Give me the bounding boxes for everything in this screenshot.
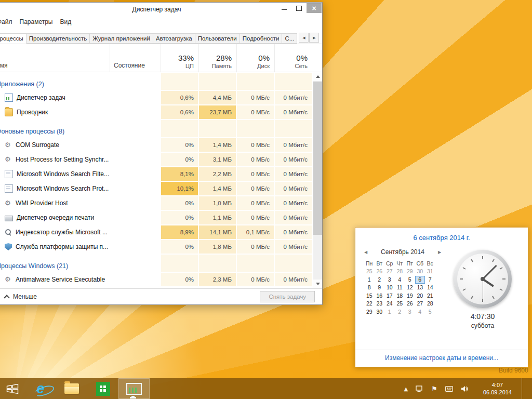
month-label[interactable]: Сентябрь 2014 xyxy=(370,248,435,256)
calendar-day[interactable]: 27 xyxy=(415,300,425,308)
show-hidden-icons-button[interactable]: ▲ xyxy=(404,386,408,392)
process-row[interactable]: Диспетчер очереди печати0%1,1 МБ0 МБ/с0 … xyxy=(0,210,313,225)
process-group-row[interactable]: Фоновые процессы (8) xyxy=(0,119,313,138)
calendar-day[interactable]: 11 xyxy=(395,284,405,292)
calendar-day[interactable]: 27 xyxy=(384,268,395,276)
calendar-day[interactable]: 8 xyxy=(364,284,375,292)
column-header-name[interactable]: Имя xyxy=(0,44,110,72)
process-row[interactable]: Host Process for Setting Synchr...0%3,1 … xyxy=(0,152,313,167)
column-header-memory[interactable]: 28% Память xyxy=(198,44,236,72)
taskbar-clock[interactable]: 4:07 06.09.2014 xyxy=(483,381,512,396)
calendar-day[interactable]: 10 xyxy=(384,284,395,292)
calendar-day[interactable]: 29 xyxy=(405,268,415,276)
calendar-day[interactable]: 3 xyxy=(384,276,395,284)
calendar-day[interactable]: 13 xyxy=(415,284,425,292)
show-desktop-button[interactable] xyxy=(522,378,525,399)
calendar-day[interactable]: 24 xyxy=(384,300,395,308)
calendar-day[interactable]: 4 xyxy=(415,308,425,316)
calendar-day[interactable]: 5 xyxy=(405,276,415,284)
calendar-day[interactable]: 4 xyxy=(395,276,405,284)
calendar-day[interactable]: 29 xyxy=(364,308,375,316)
column-header-cpu[interactable]: 33% ЦП xyxy=(161,44,198,72)
calendar-day[interactable]: 21 xyxy=(425,292,435,300)
process-row[interactable]: COM Surrogate0%1,4 МБ0 МБ/с0 Мбит/с xyxy=(0,138,313,152)
process-row[interactable]: Antimalware Service Executable0%2,3 МБ0 … xyxy=(0,272,313,287)
tab-startup[interactable]: Автозагрузка xyxy=(153,33,195,44)
network-tray-icon[interactable] xyxy=(416,385,423,392)
calendar-day[interactable]: 1 xyxy=(384,308,395,316)
calendar-day[interactable]: 28 xyxy=(425,300,435,308)
minimize-button[interactable] xyxy=(276,3,291,13)
calendar-day[interactable]: 30 xyxy=(415,268,425,276)
calendar-day[interactable]: 23 xyxy=(375,300,385,308)
start-button[interactable] xyxy=(0,378,25,399)
calendar-day[interactable]: 14 xyxy=(425,284,435,292)
process-row[interactable]: Microsoft Windows Search Prot...10,1%1,4… xyxy=(0,181,313,196)
column-header-status[interactable]: Состояние xyxy=(110,44,161,72)
column-header-disk[interactable]: 0% Диск xyxy=(236,44,274,72)
close-button[interactable] xyxy=(307,3,322,13)
calendar-day[interactable]: 9 xyxy=(375,284,385,292)
calendar-day[interactable]: 28 xyxy=(395,268,405,276)
input-indicator-button[interactable] xyxy=(445,386,453,392)
vertical-scrollbar[interactable] xyxy=(313,72,322,288)
calendar-day[interactable]: 25 xyxy=(364,268,375,276)
calendar-day[interactable]: 18 xyxy=(395,292,405,300)
process-group-row[interactable]: Процессы Windows (21) xyxy=(0,254,313,272)
prev-month-button[interactable]: ◀ xyxy=(362,250,370,255)
calendar-day[interactable]: 12 xyxy=(405,284,415,292)
tab-performance[interactable]: Производительность xyxy=(26,33,90,44)
calendar-day[interactable]: 3 xyxy=(405,308,415,316)
calendar-day[interactable]: 15 xyxy=(364,292,375,300)
taskbar-file-explorer[interactable] xyxy=(56,378,87,399)
calendar-day[interactable]: 19 xyxy=(405,292,415,300)
scroll-down-button[interactable] xyxy=(313,280,322,288)
tab-scroll-left-button[interactable]: ◀ xyxy=(299,33,309,43)
tab-users[interactable]: Пользователи xyxy=(195,33,240,44)
tab-details[interactable]: Подробности xyxy=(240,33,283,44)
calendar-day-selected[interactable]: 6 xyxy=(415,276,425,284)
process-row[interactable]: Microsoft Windows Search Filte...8,1%2,2… xyxy=(0,167,313,181)
next-month-button[interactable]: ▶ xyxy=(435,250,444,255)
calendar-day[interactable]: 31 xyxy=(425,268,435,276)
calendar-day[interactable]: 22 xyxy=(364,300,375,308)
calendar-day[interactable]: 7 xyxy=(425,276,435,284)
calendar-day[interactable]: 25 xyxy=(395,300,405,308)
calendar-day[interactable]: 17 xyxy=(384,292,395,300)
maximize-button[interactable] xyxy=(291,3,307,13)
menu-view[interactable]: Вид xyxy=(56,17,75,26)
tab-services[interactable]: С... xyxy=(282,33,297,44)
scrollbar-thumb[interactable] xyxy=(313,82,322,235)
volume-button[interactable] xyxy=(461,385,468,392)
process-row[interactable]: Служба платформы защиты п...0%1,8 МБ0 МБ… xyxy=(0,240,313,254)
scroll-up-button[interactable] xyxy=(313,72,322,81)
calendar-day[interactable]: 26 xyxy=(375,268,385,276)
calendar-day[interactable]: 1 xyxy=(364,276,375,284)
column-header-network[interactable]: 0% Сеть xyxy=(274,44,312,72)
menu-file[interactable]: Файл xyxy=(0,17,16,26)
calendar-day[interactable]: 2 xyxy=(395,308,405,316)
tab-scroll-right-button[interactable]: ▶ xyxy=(309,33,319,43)
fewer-details-button[interactable]: Меньше xyxy=(5,293,37,300)
tab-app-history[interactable]: Журнал приложений xyxy=(89,33,153,44)
process-group-row[interactable]: Приложения (2) xyxy=(0,72,313,90)
calendar-day[interactable]: 16 xyxy=(375,292,385,300)
menu-options[interactable]: Параметры xyxy=(16,17,57,26)
calendar-day[interactable]: 26 xyxy=(405,300,415,308)
calendar-day[interactable]: 5 xyxy=(425,308,435,316)
process-row[interactable]: Диспетчер задач0,6%4,4 МБ0 МБ/с0 Мбит/с xyxy=(0,90,313,105)
taskbar-task-manager[interactable] xyxy=(118,378,150,399)
titlebar[interactable]: Диспетчер задач xyxy=(0,3,322,16)
change-datetime-link[interactable]: Изменение настроек даты и времени... xyxy=(355,350,528,367)
tab-processes[interactable]: Процессы xyxy=(0,33,26,44)
calendar-day[interactable]: 20 xyxy=(415,292,425,300)
end-task-button[interactable]: Снять задачу xyxy=(260,291,315,302)
taskbar-internet-explorer[interactable]: e xyxy=(25,378,56,399)
calendar-day[interactable]: 2 xyxy=(375,276,385,284)
process-row[interactable]: Индексатор службы Microsoft ...8,9%14,1 … xyxy=(0,225,313,240)
process-row[interactable]: Проводник0,6%23,7 МБ0 МБ/с0 Мбит/с xyxy=(0,105,313,119)
calendar-day[interactable]: 30 xyxy=(375,308,385,316)
action-center-button[interactable]: ⚑ xyxy=(431,385,437,393)
process-row[interactable]: WMI Provider Host0%1,0 МБ0 МБ/с0 Мбит/с xyxy=(0,196,313,210)
taskbar-store[interactable] xyxy=(87,378,118,399)
